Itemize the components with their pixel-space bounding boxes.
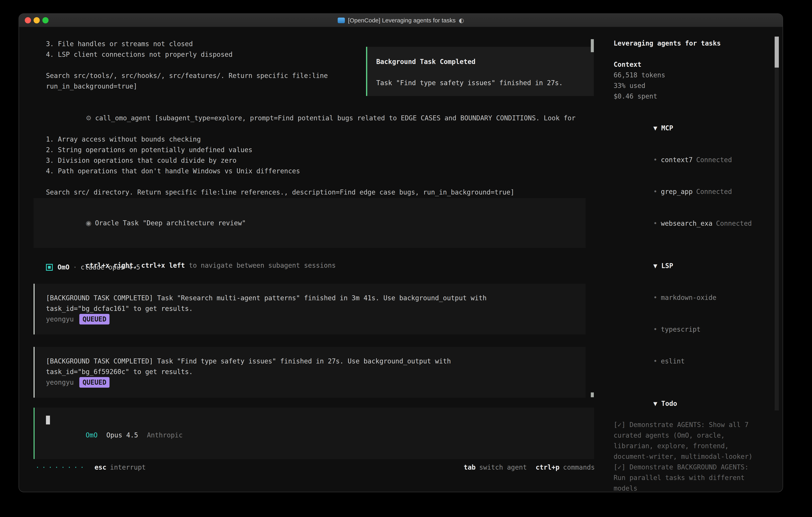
bullet-icon: • <box>654 357 657 365</box>
session-title: Leveraging agents for tasks <box>614 38 770 49</box>
oracle-task-box: ◉Oracle Task "Deep architecture review" … <box>34 198 586 248</box>
agent-checkbox-icon <box>46 264 53 271</box>
task-message-line: [BACKGROUND TASK COMPLETED] Task "Find t… <box>46 356 574 366</box>
mcp-status: Connected <box>696 156 732 164</box>
tool-call-body-line: 4. Path operations that don't handle Win… <box>46 166 587 176</box>
traffic-lights <box>25 14 49 27</box>
tab-key-hint: tab <box>464 462 476 472</box>
mcp-section: ▼ MCP •context7Connected •grep_appConnec… <box>614 112 770 239</box>
prompt-input[interactable]: OmOOpus 4.5Anthropic <box>34 408 594 459</box>
mcp-heading[interactable]: ▼ MCP <box>614 112 770 144</box>
lsp-name: eslint <box>661 357 685 365</box>
task-user: yeongyu <box>46 314 74 324</box>
tool-call-line: ⚙call_omo_agent [subagent_type=explore, … <box>46 102 587 134</box>
status-bar-right: tab switch agent ctrl+p commands <box>464 462 595 472</box>
toast-body: Task "Find type safety issues" finished … <box>376 78 585 88</box>
tool-call-body-line: Search src/ directory. Return specific f… <box>46 187 587 197</box>
lsp-item: •markdown-oxide <box>614 282 770 314</box>
lsp-name: typescript <box>661 325 701 333</box>
main-scrollbar-thumb[interactable] <box>591 39 594 52</box>
tool-call-body-line: 3. Division operations that could divide… <box>46 155 587 166</box>
window-title-text: [OpenCode] Leveraging agents for tasks <box>348 17 456 24</box>
input-provider-name: Anthropic <box>147 431 183 439</box>
task-message-line: task_id="bg_dcfac161" to get results. <box>46 303 574 314</box>
agent-name: OmO <box>58 262 69 272</box>
mcp-item: •websearch_exaConnected <box>614 208 770 239</box>
window-title: [OpenCode] Leveraging agents for tasks ◐ <box>338 17 464 24</box>
record-icon: ◉ <box>86 219 91 227</box>
minimize-button[interactable] <box>34 17 40 23</box>
background-task-toast[interactable]: Background Task Completed Task "Find typ… <box>366 47 594 96</box>
tool-call-body-line: 1. Array access without bounds checking <box>46 134 587 144</box>
tab-key-label: switch agent <box>479 462 527 472</box>
mcp-item: •context7Connected <box>614 144 770 176</box>
spinner-dots-icon: ········ <box>35 462 87 472</box>
todo-section: ▼ Todo [✓] Demonstrate AGENTS: Show all … <box>614 388 770 492</box>
agent-header: OmO · claude-opus-4-5 <box>46 262 140 272</box>
mcp-status: Connected <box>716 219 752 227</box>
commands-key-hint: ctrl+p <box>536 462 559 472</box>
task-message: [BACKGROUND TASK COMPLETED] Task "Find t… <box>34 347 586 398</box>
queued-badge: QUEUED <box>79 314 110 324</box>
bullet-icon: • <box>654 156 657 164</box>
collapse-arrow-icon: ▼ <box>654 124 657 132</box>
mcp-item: •grep_appConnected <box>614 176 770 208</box>
todo-item: [✓] Demonstrate AGENTS: Show all 7 curat… <box>614 419 770 462</box>
task-user: yeongyu <box>46 377 74 388</box>
input-model-name: Opus 4.5 <box>106 431 138 439</box>
zoom-button[interactable] <box>42 17 49 23</box>
close-button[interactable] <box>25 17 31 23</box>
task-message-line: [BACKGROUND TASK COMPLETED] Task "Resear… <box>46 293 574 303</box>
bullet-icon: • <box>654 188 657 195</box>
collapse-arrow-icon: ▼ <box>654 400 657 407</box>
oracle-task-title: Oracle Task "Deep architecture review" <box>95 219 246 227</box>
context-section: Context 66,518 tokens 33% used $0.46 spe… <box>614 59 770 102</box>
terminal-window: [OpenCode] Leveraging agents for tasks ◐… <box>19 13 783 492</box>
status-bar: ········ esc interrupt tab switch agent … <box>35 462 595 472</box>
hint-text: to navigate between subagent sessions <box>185 262 336 269</box>
mcp-name: grep_app <box>661 188 693 195</box>
title-progress-icon: ◐ <box>459 17 464 24</box>
context-spent: $0.46 spent <box>614 91 770 102</box>
lsp-item: •eslint <box>614 345 770 377</box>
esc-key-label: interrupt <box>110 462 146 472</box>
todo-heading[interactable]: ▼ Todo <box>614 388 770 419</box>
task-message: [BACKGROUND TASK COMPLETED] Task "Resear… <box>34 284 586 334</box>
window-doc-icon <box>338 18 345 23</box>
lsp-heading[interactable]: ▼ LSP <box>614 250 770 282</box>
commands-key-label: commands <box>563 462 595 472</box>
bullet-icon: • <box>654 294 657 301</box>
bullet-icon: • <box>654 325 657 333</box>
input-meta: OmOOpus 4.5Anthropic <box>46 419 183 451</box>
chat-pane[interactable]: 3. File handles or streams not closed 4.… <box>19 27 605 492</box>
lsp-section: ▼ LSP •markdown-oxide •typescript •eslin… <box>614 250 770 377</box>
input-agent-name: OmO <box>86 431 98 439</box>
collapse-arrow-icon: ▼ <box>654 262 657 270</box>
window-content: 3. File handles or streams not closed 4.… <box>19 27 783 492</box>
toast-title: Background Task Completed <box>376 56 585 67</box>
task-message-meta: yeongyu QUEUED <box>46 377 574 388</box>
gear-icon: ⚙ <box>86 114 92 122</box>
lsp-item: •typescript <box>614 314 770 345</box>
context-tokens: 66,518 tokens <box>614 70 770 80</box>
todo-item: [✓] Demonstrate BACKGROUND AGENTS: Run p… <box>614 462 770 492</box>
mcp-name: context7 <box>661 156 693 164</box>
task-message-line: task_id="bg_6f59260c" to get results. <box>46 366 574 377</box>
esc-key-hint: esc <box>94 462 107 472</box>
window-titlebar[interactable]: [OpenCode] Leveraging agents for tasks ◐ <box>19 14 783 27</box>
agent-separator: · <box>73 262 77 272</box>
mcp-status: Connected <box>696 188 732 195</box>
agent-model: claude-opus-4-5 <box>81 262 140 272</box>
context-heading: Context <box>614 59 770 70</box>
tool-call-body-line <box>46 176 587 187</box>
oracle-task-title-line: ◉Oracle Task "Deep architecture review" <box>46 207 573 239</box>
session-sidebar[interactable]: Leveraging agents for tasks Context 66,5… <box>605 27 783 492</box>
tool-call-text: call_omo_agent [subagent_type=explore, p… <box>95 114 575 122</box>
bullet-icon: • <box>654 219 657 227</box>
sidebar-scrollbar[interactable] <box>775 36 779 410</box>
main-scrollbar-thumb[interactable] <box>591 392 594 397</box>
mcp-name: websearch_exa <box>661 219 713 227</box>
context-used: 33% used <box>614 80 770 91</box>
queued-badge: QUEUED <box>79 377 110 388</box>
sidebar-scrollbar-thumb[interactable] <box>775 36 779 67</box>
